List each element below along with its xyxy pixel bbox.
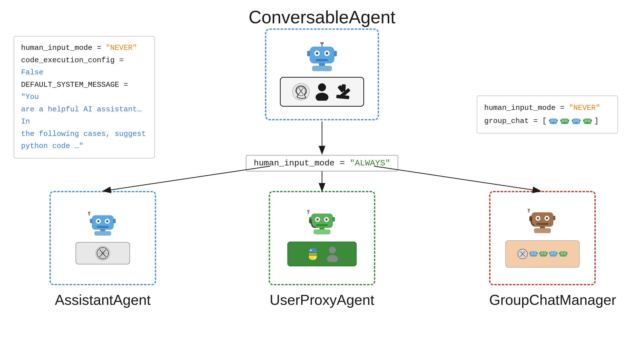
svg-rect-58 [97, 226, 109, 228]
svg-rect-110 [547, 252, 548, 254]
svg-line-128 [104, 166, 270, 191]
mini-robot-blue2 [572, 117, 581, 125]
tools-icon [334, 83, 352, 101]
right-line2: group_chat = [ [484, 115, 610, 128]
svg-point-114 [551, 253, 552, 254]
svg-rect-26 [557, 119, 558, 121]
gc-mini-blue1 [529, 250, 538, 258]
groupchat-agents-box [505, 240, 580, 268]
svg-rect-50 [591, 119, 592, 121]
svg-rect-118 [560, 251, 567, 256]
userproxy-agent-label: UserProxyAgent [269, 291, 375, 308]
userproxy-agent-box [269, 191, 375, 285]
svg-rect-62 [113, 219, 116, 223]
svg-rect-7 [316, 59, 328, 61]
svg-rect-93 [553, 216, 555, 220]
svg-rect-40 [575, 122, 577, 123]
conversable-agent-box [265, 29, 379, 120]
openai-icon [292, 83, 310, 101]
gc-mini-green2 [559, 250, 568, 258]
svg-rect-9 [312, 66, 332, 71]
assistant-agent-label: AssistantAgent [50, 291, 156, 308]
left-line2: code_execution_config = False [21, 54, 148, 79]
conversable-robot-icon [305, 42, 339, 72]
diagram-container: ConversableAgent human_input_mode = "NEV… [0, 0, 644, 344]
svg-point-78 [310, 250, 312, 251]
person-silhouette [326, 246, 339, 262]
groupchat-openai-icon [517, 249, 528, 259]
svg-line-130 [374, 166, 540, 191]
svg-rect-94 [529, 217, 532, 221]
svg-point-38 [574, 120, 575, 121]
svg-point-5 [316, 52, 318, 55]
info-box-right: human_input_mode = "NEVER" group_chat = … [477, 95, 618, 133]
svg-rect-91 [534, 228, 551, 233]
svg-point-1 [320, 42, 324, 44]
svg-point-107 [542, 253, 542, 254]
svg-rect-34 [568, 119, 569, 121]
svg-rect-61 [90, 219, 92, 223]
gc-mini-green1 [539, 250, 548, 258]
svg-rect-104 [540, 251, 547, 256]
svg-point-83 [528, 209, 530, 210]
userproxy-robot-icon [307, 210, 337, 236]
svg-rect-75 [332, 217, 335, 222]
svg-rect-17 [336, 95, 349, 99]
left-line6: python code …" [21, 140, 148, 152]
svg-point-6 [326, 52, 328, 55]
svg-point-88 [546, 217, 548, 219]
svg-rect-116 [549, 252, 550, 254]
mini-robot-green [560, 117, 570, 125]
svg-rect-117 [556, 252, 558, 254]
groupchat-robot-icon [528, 209, 557, 235]
svg-point-56 [97, 220, 100, 223]
svg-rect-18 [341, 84, 346, 91]
svg-rect-33 [560, 119, 561, 121]
svg-point-108 [544, 253, 546, 254]
left-line5: the following cases, suggest [21, 128, 148, 140]
svg-rect-32 [564, 122, 566, 123]
mini-robot-blue [549, 117, 558, 125]
svg-rect-97 [530, 251, 537, 256]
svg-rect-103 [537, 252, 538, 254]
center-label-box: human_input_mode = "ALWAYS" [246, 155, 398, 171]
left-line3: DEFAULT_SYSTEM_MESSAGE = "You [21, 79, 148, 103]
svg-rect-8 [319, 63, 325, 66]
svg-rect-41 [572, 119, 573, 121]
svg-rect-24 [552, 122, 554, 123]
svg-point-122 [564, 253, 565, 254]
svg-rect-109 [539, 252, 540, 254]
svg-rect-124 [566, 252, 568, 254]
svg-point-47 [588, 120, 590, 121]
left-line4: are a helpful AI assistant…In [21, 103, 148, 128]
python-icon [305, 246, 321, 262]
svg-rect-10 [307, 51, 310, 56]
svg-rect-89 [536, 223, 548, 225]
svg-rect-49 [583, 119, 584, 121]
svg-rect-76 [309, 219, 312, 224]
svg-point-46 [586, 120, 586, 121]
assistant-agent-box [50, 191, 156, 285]
groupchat-agent-label: GroupChatManager [489, 291, 596, 308]
svg-rect-102 [529, 252, 530, 254]
svg-point-81 [327, 255, 338, 262]
main-title: ConversableAgent [249, 7, 395, 27]
left-line1: human_input_mode = "NEVER" [21, 42, 148, 54]
assistant-openai-icon [95, 245, 111, 261]
svg-point-57 [106, 220, 108, 223]
svg-point-69 [316, 218, 319, 221]
svg-point-22 [551, 120, 552, 121]
svg-point-39 [577, 120, 578, 121]
info-box-left: human_input_mode = "NEVER" code_executio… [14, 36, 155, 158]
svg-rect-42 [580, 119, 580, 121]
svg-point-31 [566, 120, 567, 121]
person-icon [314, 83, 330, 101]
svg-point-52 [88, 212, 90, 213]
svg-rect-25 [549, 119, 550, 121]
svg-rect-71 [316, 224, 328, 226]
groupchat-agent-box [489, 191, 596, 285]
userproxy-tools-box [287, 242, 357, 266]
svg-point-100 [532, 253, 532, 254]
assistant-robot-icon [88, 212, 118, 237]
svg-point-115 [554, 253, 555, 254]
